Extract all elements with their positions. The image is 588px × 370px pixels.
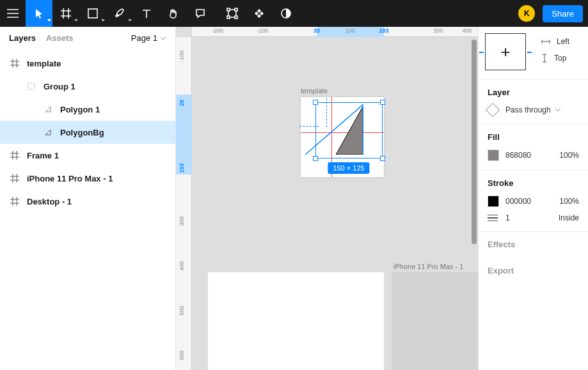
share-button[interactable]: Share — [543, 5, 583, 22]
layer-row-desktop[interactable]: Desktop - 1 — [0, 190, 175, 213]
svg-rect-8 — [28, 83, 35, 89]
fill-hex[interactable]: 868080 — [505, 151, 531, 160]
frame-icon — [9, 151, 20, 160]
svg-rect-5 — [227, 16, 230, 19]
frame-desktop[interactable] — [208, 272, 384, 370]
move-tool-button[interactable] — [26, 0, 52, 27]
constraint-h-label: Left — [557, 37, 569, 46]
stroke-width[interactable]: 1 — [505, 213, 510, 222]
tab-layers[interactable]: Layers — [9, 33, 36, 43]
shape-tool-button[interactable] — [79, 0, 106, 27]
layer-label: template — [27, 59, 61, 68]
stroke-opacity[interactable]: 100% — [559, 197, 579, 206]
ruler-vertical: -100 28 153 300 400 500 600 — [176, 37, 192, 370]
svg-rect-6 — [235, 16, 237, 19]
text-tool-button[interactable] — [133, 0, 160, 27]
constraint-vertical[interactable]: Top — [541, 50, 569, 66]
stroke-position[interactable]: Inside — [559, 213, 579, 222]
top-toolbar: K Share — [0, 0, 588, 27]
section-title-stroke: Stroke — [488, 178, 579, 188]
layer-label: PolygonBg — [60, 128, 104, 137]
frame-icon — [9, 197, 20, 206]
blend-icon — [486, 103, 500, 118]
svg-rect-3 — [227, 8, 230, 11]
tab-assets[interactable]: Assets — [46, 33, 74, 43]
constraints-box[interactable]: + — [485, 33, 526, 70]
canvas[interactable]: -200 -100 33 100 183 300 400 -100 28 153… — [176, 27, 478, 370]
stroke-width-icon — [488, 215, 498, 222]
layer-row-polygon1[interactable]: Polygon 1 — [0, 98, 175, 121]
svg-point-1 — [117, 15, 118, 16]
frame-iphone[interactable] — [392, 272, 478, 370]
frame-icon — [9, 174, 20, 183]
svg-rect-4 — [235, 8, 237, 11]
polygon-icon — [42, 105, 54, 113]
layer-row-group1[interactable]: Group 1 — [0, 75, 175, 98]
stroke-hex[interactable]: 000000 — [505, 197, 531, 206]
hand-tool-button[interactable] — [160, 0, 187, 27]
section-title-export[interactable]: Export — [488, 266, 579, 275]
frame-label-template[interactable]: template — [301, 87, 328, 95]
layer-label: Desktop - 1 — [27, 197, 72, 206]
polygon-icon — [42, 128, 54, 136]
ruler-horizontal: -200 -100 33 100 183 300 400 — [192, 27, 478, 37]
constraint-v-label: Top — [554, 54, 566, 63]
frame-label-iphone[interactable]: iPhone 11 Pro Max - 1 — [393, 263, 463, 270]
section-title-fill: Fill — [488, 132, 579, 142]
layer-row-frame1[interactable]: Frame 1 — [0, 144, 175, 167]
layers-panel: Layers Assets Page 1 template Group 1 Po… — [0, 27, 176, 370]
layer-label: Polygon 1 — [60, 105, 100, 114]
fill-swatch[interactable] — [488, 150, 499, 161]
layer-tree: template Group 1 Polygon 1 PolygonBg Fra… — [0, 49, 175, 213]
bounding-box-icon[interactable] — [219, 0, 246, 27]
comment-tool-button[interactable] — [187, 0, 214, 27]
section-title-effects[interactable]: Effects — [488, 240, 579, 249]
frame-tool-button[interactable] — [52, 0, 79, 27]
section-title-layer: Layer — [488, 88, 579, 97]
blend-mode-value: Pass through — [505, 105, 551, 114]
page-dropdown-label: Page 1 — [131, 33, 157, 43]
page-dropdown[interactable]: Page 1 — [131, 33, 166, 43]
mask-icon[interactable] — [273, 0, 299, 27]
pen-tool-button[interactable] — [106, 0, 133, 27]
constraint-horizontal[interactable]: Left — [541, 33, 569, 50]
layer-row-template[interactable]: template — [0, 52, 175, 75]
layer-label: Frame 1 — [27, 151, 59, 160]
layer-label: iPhone 11 Pro Max - 1 — [27, 174, 113, 183]
svg-rect-0 — [88, 9, 97, 18]
component-icon[interactable] — [246, 0, 273, 27]
selection-dimensions-badge: 150 × 125 — [328, 162, 369, 174]
blend-mode-row[interactable]: Pass through — [488, 105, 579, 115]
user-avatar[interactable]: K — [518, 5, 535, 22]
fill-opacity[interactable]: 100% — [559, 151, 579, 160]
layer-row-polygonbg[interactable]: PolygonBg — [0, 121, 175, 144]
group-icon — [26, 82, 37, 90]
layer-row-iphone[interactable]: iPhone 11 Pro Max - 1 — [0, 167, 175, 190]
stroke-swatch[interactable] — [488, 196, 499, 207]
layer-label: Group 1 — [44, 82, 75, 91]
inspect-panel: + Left Top Layer Pass through Fill — [478, 27, 588, 370]
selection-box[interactable] — [315, 102, 383, 158]
hamburger-menu-icon[interactable] — [0, 0, 26, 27]
frame-icon — [9, 59, 20, 68]
